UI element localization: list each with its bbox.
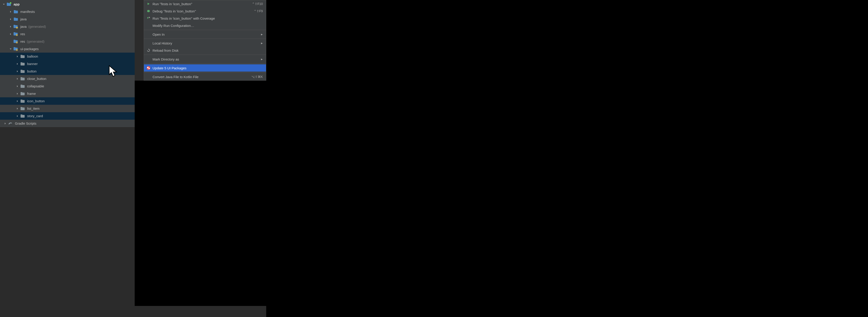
svg-rect-37	[21, 107, 22, 108]
svg-rect-9	[16, 27, 18, 29]
menu-shortcut: ⌃⇧F10	[252, 2, 263, 6]
menu-shortcut: ⌥⇧⌘K	[251, 75, 263, 78]
folder-icon	[20, 76, 25, 81]
menu-item-run-tests[interactable]: Run 'Tests in 'icon_button'' ⌃⇧F10	[144, 0, 266, 7]
tree-label: button	[27, 69, 37, 73]
svg-rect-33	[21, 92, 22, 93]
chevron-right-icon	[16, 69, 20, 73]
res-folder-icon	[13, 32, 18, 36]
menu-shortcut: ⌃⇧F9	[254, 9, 263, 13]
chevron-right-icon	[16, 107, 20, 111]
svg-rect-12	[16, 34, 17, 36]
tree-item-collapsable[interactable]: collapsable	[0, 82, 135, 90]
tree-label: icon_button	[27, 99, 45, 103]
tree-label: frame	[27, 92, 36, 96]
chevron-right-icon	[16, 55, 20, 59]
menu-separator	[144, 55, 266, 55]
chevron-right-icon	[3, 121, 7, 126]
menu-item-local-history[interactable]: Local History ▸	[144, 39, 266, 47]
tree-item-banner[interactable]: banner	[0, 60, 135, 68]
context-menu[interactable]: Run 'Tests in 'icon_button'' ⌃⇧F10 Debug…	[144, 0, 266, 81]
svg-rect-13	[17, 34, 18, 36]
tree-label: java	[20, 17, 27, 21]
spacer	[146, 57, 151, 61]
menu-item-debug-tests[interactable]: Debug 'Tests in 'icon_button'' ⌃⇧F9	[144, 7, 266, 15]
chevron-right-icon	[16, 84, 20, 88]
debug-icon	[146, 9, 151, 13]
tree-item-close-button[interactable]: close_button	[0, 75, 135, 82]
svg-rect-31	[21, 85, 22, 85]
menu-item-modify-run-config[interactable]: Modify Run Configuration…	[144, 22, 266, 29]
tree-item-button[interactable]: button	[0, 68, 135, 75]
chevron-right-icon	[16, 99, 20, 103]
tree-item-list-item[interactable]: list_item	[0, 105, 135, 112]
reload-icon	[146, 48, 151, 52]
module-icon	[7, 2, 11, 6]
menu-item-run-coverage[interactable]: Run 'Tests in 'icon_button'' with Covera…	[144, 15, 266, 22]
tree-item-icon-button[interactable]: icon_button	[0, 97, 135, 105]
svg-point-46	[147, 66, 150, 70]
svg-line-44	[147, 11, 148, 12]
folder-icon	[13, 17, 18, 22]
project-tree[interactable]: app manifests java java (generated)	[0, 0, 135, 127]
folder-icon	[20, 114, 25, 118]
tree-label-suffix: (generated)	[29, 25, 46, 29]
chevron-right-icon	[16, 77, 20, 81]
tree-item-res-generated[interactable]: res (generated)	[0, 38, 135, 45]
tree-item-manifests[interactable]: manifests	[0, 8, 135, 15]
svg-line-43	[149, 10, 150, 11]
tree-label: story_card	[27, 114, 43, 118]
res-folder-icon	[13, 39, 18, 44]
tree-item-ui-packages[interactable]: ui-packages	[0, 45, 135, 52]
svg-rect-1	[7, 3, 8, 4]
relay-icon	[146, 66, 151, 70]
tree-label: app	[13, 2, 20, 6]
menu-item-convert-java-kotlin[interactable]: Convert Java File to Kotlin File ⌥⇧⌘K	[144, 73, 266, 80]
svg-rect-35	[21, 100, 22, 101]
gen-folder-icon	[13, 24, 18, 29]
run-icon	[146, 2, 151, 6]
tree-item-story-card[interactable]: story_card	[0, 112, 135, 120]
chevron-right-icon	[8, 10, 13, 14]
svg-rect-19	[13, 47, 16, 48]
tree-item-balloon[interactable]: balloon	[0, 52, 135, 60]
svg-rect-11	[13, 32, 16, 33]
submenu-arrow-icon: ▸	[261, 32, 263, 36]
tree-label: manifests	[20, 10, 35, 13]
tree-label: collapsable	[27, 84, 44, 88]
svg-rect-17	[17, 41, 18, 43]
svg-rect-8	[13, 25, 16, 26]
chevron-right-icon	[8, 32, 13, 36]
menu-label: Convert Java File to Kotlin File	[153, 75, 249, 79]
chevron-down-icon	[2, 2, 6, 6]
chevron-right-icon	[8, 17, 13, 21]
menu-item-mark-directory[interactable]: Mark Directory as ▸	[144, 56, 266, 63]
tree-item-gradle-scripts[interactable]: Gradle Scripts	[0, 120, 135, 127]
menu-item-reload-from-disk[interactable]: Reload from Disk	[144, 47, 266, 54]
tree-item-frame[interactable]: frame	[0, 90, 135, 97]
res-folder-icon	[13, 47, 18, 51]
tree-item-res[interactable]: res	[0, 30, 135, 38]
menu-item-update-ui-packages[interactable]: Update 5 UI Packages	[144, 64, 266, 72]
svg-rect-20	[16, 49, 17, 51]
menu-label: Run 'Tests in 'icon_button''	[153, 2, 250, 6]
submenu-arrow-icon: ▸	[261, 57, 263, 61]
folder-icon	[20, 99, 25, 103]
tree-item-java[interactable]: java	[0, 15, 135, 23]
menu-item-open-in[interactable]: Open In ▸	[144, 31, 266, 38]
spacer	[146, 32, 151, 37]
tree-label: res	[20, 32, 25, 36]
svg-rect-4	[14, 10, 16, 11]
tree-item-java-generated[interactable]: java (generated)	[0, 23, 135, 30]
folder-icon	[20, 69, 25, 74]
svg-rect-23	[21, 55, 22, 56]
submenu-arrow-icon: ▸	[261, 41, 263, 45]
gradle-icon	[8, 121, 13, 126]
tree-item-app[interactable]: app	[0, 0, 135, 8]
svg-line-45	[149, 11, 150, 12]
coverage-icon	[146, 16, 151, 21]
menu-label: Open In	[153, 33, 259, 36]
menu-label: Run 'Tests in 'icon_button'' with Covera…	[153, 16, 263, 20]
folder-icon	[20, 92, 25, 96]
menu-label: Modify Run Configuration…	[153, 24, 263, 28]
